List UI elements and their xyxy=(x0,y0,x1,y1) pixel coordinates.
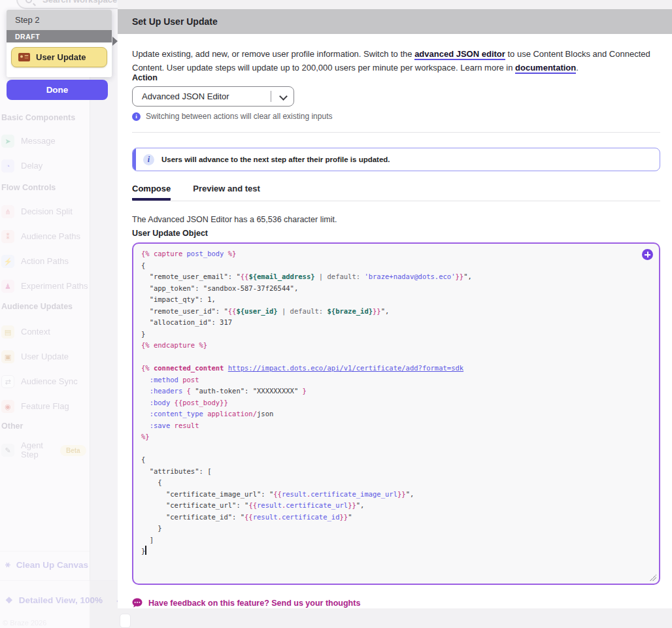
lightning-icon: ⚡ xyxy=(1,255,14,268)
section-heading-basic-components: Basic Components xyxy=(1,113,93,122)
chevron-down-icon xyxy=(279,92,288,101)
copyright-text: © Braze 2026 xyxy=(3,619,46,627)
sidebar-item-feature-flag[interactable]: ◉ Feature Flag xyxy=(1,399,90,414)
section-divider xyxy=(132,132,660,133)
user-update-node[interactable]: User Update xyxy=(11,47,107,67)
node-label: User Update xyxy=(36,52,86,62)
experiment-icon: ♟ xyxy=(1,280,14,293)
toggle-icon: ◉ xyxy=(1,400,14,413)
search-icon xyxy=(25,0,32,3)
audience-icon: ⁑ xyxy=(1,230,14,243)
search-placeholder: Search workspace xyxy=(42,0,117,5)
feedback-link[interactable]: Have feedback on this feature? Send us y… xyxy=(132,598,360,608)
paper-plane-icon: ➤ xyxy=(1,135,14,148)
callout-text: Users will advance to the next step afte… xyxy=(161,156,390,163)
panel-header: Set Up User Update xyxy=(118,9,672,34)
section-heading-flow-controls: Flow Controls xyxy=(1,183,93,192)
section-heading-audience-updates: Audience Updates xyxy=(1,302,93,311)
info-callout: i Users will advance to the next step af… xyxy=(132,148,660,171)
description-text: Update existing, add new, or remove user… xyxy=(132,47,663,74)
split-icon: ⋔ xyxy=(1,205,14,218)
callout-accent-bar xyxy=(133,148,136,171)
sidebar-item-context[interactable]: ▤ Context xyxy=(1,324,90,340)
detailed-view-toggle[interactable]: ❖ Detailed View, 100% xyxy=(5,595,123,605)
editor-label: User Update Object xyxy=(132,229,208,238)
info-icon: i xyxy=(143,154,154,165)
contact-card-icon xyxy=(18,53,30,61)
sidebar-item-delay[interactable]: ◔ Delay xyxy=(1,158,90,174)
section-heading-other: Other xyxy=(1,421,93,431)
sidebar-item-decision-split[interactable]: ⋔ Decision Split xyxy=(1,204,90,220)
beta-badge: Beta xyxy=(60,445,86,456)
info-icon: i xyxy=(132,112,141,121)
step-card: Step 2 DRAFT User Update xyxy=(7,10,112,77)
action-select[interactable]: Advanced JSON Editor xyxy=(132,86,294,107)
sync-icon: ⇄ xyxy=(1,375,14,388)
main-panel: Set Up User Update Update existing, add … xyxy=(118,0,672,628)
magic-wand-icon: ⚹ xyxy=(5,559,10,570)
sidebar-item-audience-sync[interactable]: ⇄ Audience Sync xyxy=(1,374,90,389)
nodes-icon: ❖ xyxy=(5,595,13,605)
pencil-icon: ✎ xyxy=(1,444,14,457)
page-title: Set Up User Update xyxy=(132,16,218,27)
action-select-value: Advanced JSON Editor xyxy=(142,91,229,101)
page-bottom-strip xyxy=(118,608,672,628)
clean-up-canvas-button[interactable]: ⚹ Clean Up Canvas xyxy=(5,559,88,570)
sidebar-footer-divider xyxy=(0,580,118,581)
sidebar-item-experiment-paths[interactable]: ♟ Experiment Paths xyxy=(1,278,90,294)
sidebar-item-message[interactable]: ➤ Message xyxy=(1,133,90,149)
inline-link[interactable]: advanced JSON editor xyxy=(414,49,505,60)
tab-preview-and-test[interactable]: Preview and test xyxy=(193,184,260,201)
step-title: Step 2 xyxy=(7,10,112,30)
character-limit-note: The Advanced JSON Editor has a 65,536 ch… xyxy=(132,215,337,224)
text-cursor xyxy=(145,546,146,555)
done-button[interactable]: Done xyxy=(7,80,108,100)
speech-bubble-icon xyxy=(132,598,143,608)
text-segment: . xyxy=(576,63,579,73)
sidebar-divider xyxy=(0,551,90,552)
code-content[interactable]: {% capture post_body %}{ "remote_user_em… xyxy=(141,248,639,557)
contact-card-icon: ▣ xyxy=(1,350,14,363)
node-connector-arrow xyxy=(112,37,118,46)
json-editor[interactable]: {% capture post_body %}{ "remote_user_em… xyxy=(132,242,660,585)
context-icon: ▤ xyxy=(1,325,14,339)
sidebar-item-user-update[interactable]: ▣ User Update xyxy=(1,349,90,365)
sidebar-item-action-paths[interactable]: ⚡ Action Paths xyxy=(1,254,90,269)
tab-bar: Compose Preview and test xyxy=(132,184,660,201)
status-badge: DRAFT xyxy=(7,30,112,42)
sidebar-item-audience-paths[interactable]: ⁑ Audience Paths xyxy=(1,229,90,244)
add-personalization-button[interactable] xyxy=(642,249,653,260)
canvas-corner-widget xyxy=(120,614,131,628)
inline-link[interactable]: documentation xyxy=(515,63,576,74)
text-segment: Update existing, add new, or remove user… xyxy=(132,49,414,59)
resize-handle-icon[interactable] xyxy=(650,574,656,581)
action-label: Action xyxy=(132,73,158,82)
action-warning: i Switching between actions will clear a… xyxy=(132,112,332,121)
clock-icon: ◔ xyxy=(1,159,14,173)
tab-compose[interactable]: Compose xyxy=(132,184,171,201)
select-divider xyxy=(271,91,271,102)
panel-body: Update existing, add new, or remove user… xyxy=(118,34,672,618)
